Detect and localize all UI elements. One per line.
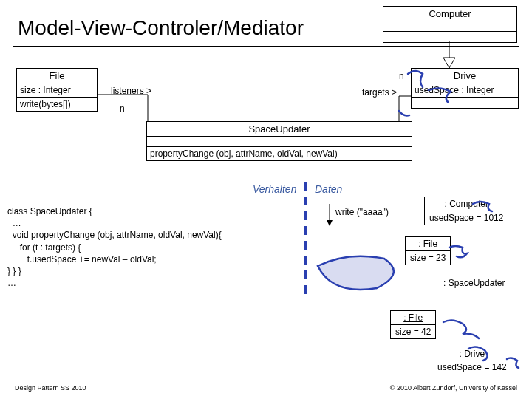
uml-class-file: File size : Integer write(bytes[]): [16, 68, 98, 112]
section-left: Verhalten: [253, 183, 296, 195]
uml-class-attr: [383, 21, 516, 32]
uml-class-attr: [147, 137, 412, 147]
obj-name: : File: [406, 237, 450, 251]
uml-class-name: File: [17, 69, 97, 83]
svg-marker-4: [327, 220, 332, 226]
assoc-listeners-label: listeners >: [111, 86, 151, 96]
obj-name: : Computer: [425, 197, 508, 211]
obj-spaceupdater: : SpaceUpdater: [439, 276, 509, 290]
obj-computer: : Computer usedSpace = 1012: [424, 197, 508, 225]
uml-class-drive: Drive usedSpace : Integer: [411, 68, 519, 109]
uml-class-name: Drive: [412, 69, 518, 83]
obj-name: : Drive: [433, 347, 511, 361]
uml-class-name: SpaceUpdater: [147, 122, 412, 137]
obj-file1: : File size = 23: [405, 236, 451, 265]
obj-file2: : File size = 42: [390, 310, 436, 339]
uml-class-op: propertyChange (obj, attrName, oldVal, n…: [147, 147, 412, 160]
uml-class-op: [383, 32, 516, 42]
uml-class-spaceupdater: SpaceUpdater propertyChange (obj, attrNa…: [146, 121, 412, 161]
obj-attr: usedSpace = 142: [433, 361, 511, 374]
obj-attr: size = 42: [391, 325, 435, 338]
uml-class-op: [412, 98, 518, 108]
footer-right: © 2010 Albert Zündorf, University of Kas…: [390, 384, 517, 392]
assoc-listeners-mult: n: [120, 103, 125, 114]
uml-class-op: write(bytes[]): [17, 98, 97, 111]
uml-class-attr: size : Integer: [17, 83, 97, 98]
footer-left: Design Pattern SS 2010: [15, 384, 86, 392]
uml-class-attr: usedSpace : Integer: [412, 83, 518, 98]
assoc-targets-label: targets >: [362, 87, 397, 98]
svg-marker-1: [443, 58, 455, 68]
title-underline: [13, 46, 519, 47]
section-right: Daten: [315, 183, 342, 195]
code-block: class SpaceUpdater { … void propertyChan…: [7, 205, 222, 289]
assoc-targets-mult: n: [399, 71, 404, 81]
obj-name: : File: [391, 311, 435, 325]
page-title: Model-View-Controler/Mediator: [18, 16, 304, 40]
write-call: write ("aaaa"): [335, 207, 389, 217]
obj-attr: size = 23: [406, 251, 450, 265]
obj-attr: usedSpace = 1012: [425, 211, 508, 225]
obj-drive: : Drive usedSpace = 142: [433, 347, 511, 374]
uml-class-computer: Computer: [383, 6, 517, 43]
uml-class-name: Computer: [383, 7, 516, 21]
obj-name: : SpaceUpdater: [439, 276, 509, 290]
